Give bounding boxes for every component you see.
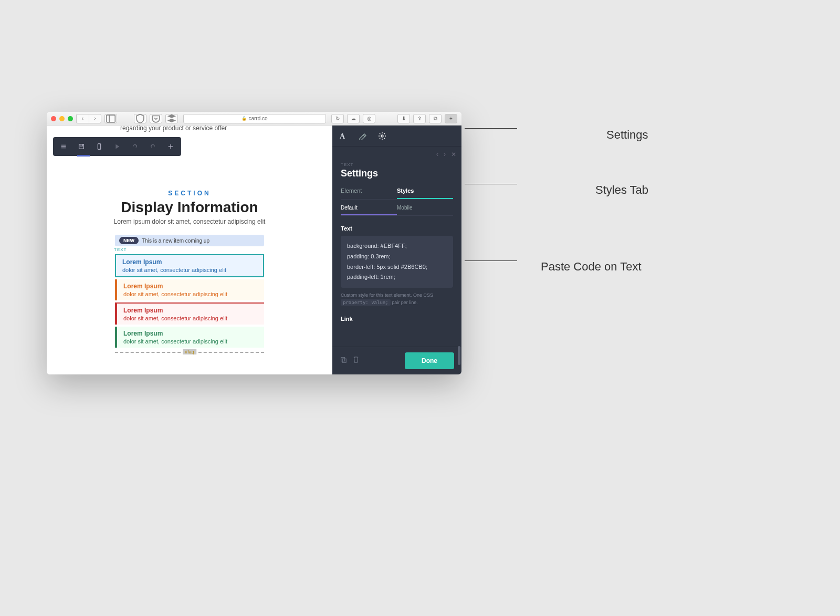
content-stack: NEW This is a new item coming up TEXT Lo… [115,235,264,358]
menu-icon[interactable] [55,139,72,154]
url-text: carrd.co [248,116,267,121]
prev-icon[interactable]: ‹ [436,151,438,158]
tab-mobile[interactable]: Mobile [397,205,453,215]
browser-window: ‹ › 🔒 carrd.co ↻ ☁ ◎ ⬇ ⇪ ⧉ + regardin [47,112,461,374]
back-button[interactable]: ‹ [76,114,89,123]
help-text: Custom style for this text element. One … [341,292,453,306]
content-tab-icon[interactable]: A [332,126,352,146]
add-icon[interactable] [162,139,179,154]
tab-element[interactable]: Element [341,187,397,199]
minimize-window-button[interactable] [59,116,65,121]
section-divider: #faq [115,352,264,358]
annotation-line [465,260,517,261]
sidebar-toggle[interactable] [104,114,117,123]
panel-title: Settings [341,168,453,179]
shield-icon[interactable] [134,114,146,123]
buffer-icon[interactable] [165,114,178,123]
annotation-styles-text: Styles Tab [595,183,648,197]
annotation-styles-tab [465,184,517,184]
info-sub: dolor sit amet, consectetur adipiscing e… [123,315,258,321]
svg-point-10 [381,135,383,137]
next-icon[interactable]: › [444,151,446,158]
fullscreen-window-button[interactable] [68,116,73,121]
scrollbar-thumb[interactable] [458,346,460,365]
section-label: SECTION [47,190,332,197]
delete-icon[interactable] [352,356,360,366]
new-item-row[interactable]: NEW This is a new item coming up [115,235,264,246]
device-icon[interactable] [91,139,108,154]
info-box-green[interactable]: Lorem Ipsum dolor sit amet, consectetur … [115,327,264,348]
new-text: This is a new item coming up [142,238,209,244]
annotation-paste-text: Paste Code on Text [541,260,642,274]
new-tab-button[interactable]: + [445,114,457,123]
help-code: property: value; [341,299,391,306]
extension-icon[interactable]: ◎ [363,114,375,123]
info-sub: dolor sit amet, consectetur adipiscing e… [123,338,258,344]
forward-button[interactable]: › [89,114,101,123]
info-title: Lorem Ipsum [123,330,258,337]
svg-rect-0 [107,115,116,122]
annotation-settings [465,128,517,129]
downloads-icon[interactable]: ⬇ [397,114,410,123]
info-box-orange[interactable]: Lorem Ipsum dolor sit amet, consectetur … [115,279,264,300]
panel-footer: Done [332,347,461,374]
cloud-icon[interactable]: ☁ [347,114,360,123]
svg-rect-11 [341,358,345,361]
close-window-button[interactable] [51,116,56,121]
section-title: Display Information [47,199,332,216]
settings-tabs: Element Styles [341,187,453,200]
traffic-lights [51,116,73,121]
svg-rect-6 [98,144,100,150]
nav-buttons: ‹ › [76,114,101,123]
undo-icon[interactable] [144,139,161,154]
panel-type-tabs: A [332,126,461,147]
browser-chrome: ‹ › 🔒 carrd.co ↻ ☁ ◎ ⬇ ⇪ ⧉ + [47,112,461,126]
info-title: Lorem Ipsum [123,307,258,314]
info-sub: dolor sit amet, consectetur adipiscing e… [122,267,257,273]
breakpoint-tabs: Default Mobile [341,205,453,216]
info-title: Lorem Ipsum [123,283,258,290]
section-header: SECTION Display Information Lorem ipsum … [47,190,332,225]
info-title: Lorem Ipsum [122,258,257,266]
appearance-tab-icon[interactable] [352,126,372,146]
annotation-line [465,184,517,184]
canvas-area[interactable]: regarding your product or service offer … [47,126,332,374]
svg-rect-12 [342,359,346,362]
toolbar-accent [77,155,90,156]
lock-icon: 🔒 [242,116,247,121]
share-icon[interactable]: ⇪ [413,114,426,123]
info-sub: dolor sit amet, consectetur adipiscing e… [123,291,258,297]
text-field-label: Text [341,225,453,232]
reload-button[interactable]: ↻ [331,114,344,123]
help-prefix: Custom style for this text element. One … [341,293,433,298]
text-element-label: TEXT [114,247,264,252]
anchor-label: #faq [183,349,196,354]
css-code-input[interactable]: background: #EBF4FF; padding: 0.3rem; bo… [341,236,453,288]
done-button[interactable]: Done [405,352,454,369]
editor-toolbar [53,137,181,156]
link-field-label: Link [341,316,453,322]
pocket-icon[interactable] [150,114,162,123]
close-icon[interactable]: ✕ [451,151,456,158]
new-badge: NEW [119,237,139,244]
settings-tab-icon[interactable] [372,126,392,146]
address-bar[interactable]: 🔒 carrd.co [183,114,326,123]
redo-icon[interactable] [127,139,143,154]
panel-nav: ‹ › ✕ [332,147,461,160]
svg-text:A: A [340,132,345,140]
annotation-settings-text: Settings [606,128,648,142]
panel-breadcrumb: TEXT [341,162,453,167]
help-suffix: pair per line. [392,300,418,305]
panel-body: TEXT Settings Element Styles Default Mob… [332,160,461,347]
tab-styles[interactable]: Styles [397,187,453,199]
save-icon[interactable] [73,139,90,154]
settings-panel: A ‹ › ✕ TEXT Settings Element Sty [332,126,461,374]
partial-text: regarding your product or service offer [120,126,227,132]
tab-default[interactable]: Default [341,205,397,215]
play-icon[interactable] [109,139,125,154]
section-subtitle: Lorem ipsum dolor sit amet, consectetur … [47,218,332,225]
info-box-red[interactable]: Lorem Ipsum dolor sit amet, consectetur … [115,302,264,325]
tabs-icon[interactable]: ⧉ [429,114,442,123]
info-box-blue[interactable]: Lorem Ipsum dolor sit amet, consectetur … [115,254,264,277]
duplicate-icon[interactable] [340,356,347,366]
